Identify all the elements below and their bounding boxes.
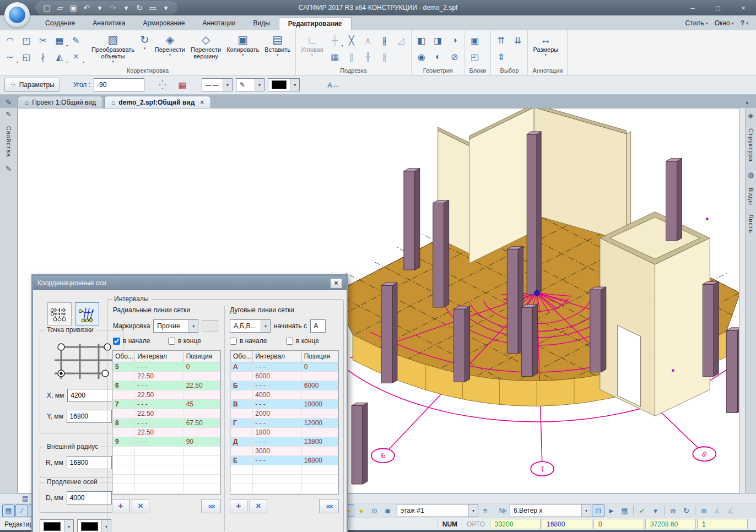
sync-model-icon[interactable]: ↻ [133,2,145,13]
floor-select[interactable]: этаж #1▾ [397,504,478,517]
table-column-header[interactable]: Интервал [135,351,183,362]
table-cell[interactable] [301,390,338,399]
spline-edit-icon[interactable]: ∼▾ [2,49,18,64]
filter-frame-icon[interactable]: ⊡ [592,504,604,517]
bool-intersect-icon[interactable]: ◉ [414,49,429,64]
ribbon-tab-Аннотации[interactable]: Аннотации [193,17,244,30]
table-cell[interactable]: - - - [135,437,183,446]
table-cell[interactable] [231,446,253,455]
table-cell[interactable]: 22.50 [135,427,183,437]
move-button[interactable]: ◈Перенести▾ [152,31,188,67]
light-sun-icon[interactable]: ● [355,504,368,517]
table-cell[interactable]: - - - [135,418,183,427]
open-folder-icon[interactable]: ▱ [54,2,66,13]
table-row[interactable]: В- - -10000 [231,399,338,409]
resize-grip[interactable] [748,518,756,530]
radial-end-checkbox[interactable]: в конце [168,337,201,345]
table-cell[interactable]: 9 [113,437,135,446]
scale-rect-icon[interactable]: ◱ [19,49,34,64]
table-cell[interactable]: 22.50 [135,390,183,399]
table-cell[interactable]: - - - [253,362,301,371]
table-row[interactable]: 9- - -90 [113,437,220,446]
line-style-select[interactable]: —·—▾ [202,78,233,91]
table-cell[interactable]: А [231,362,253,371]
select-span-icon[interactable]: ⇕ [493,49,509,64]
angle-input[interactable] [94,78,144,91]
table-cell[interactable]: 16800 [301,455,338,465]
table-cell[interactable]: 5 [113,362,135,371]
table-cell[interactable] [113,390,135,399]
sidebar-item-views[interactable]: Виды [748,188,754,205]
table-cell[interactable] [113,427,135,437]
sidebar-item-structure[interactable]: Структура [748,128,754,162]
create-block-icon[interactable]: ▣ [467,32,483,48]
undo-icon[interactable]: ↶ [80,2,93,13]
table-cell[interactable]: Е [231,455,253,465]
table-cell[interactable]: 10000 [301,399,338,409]
array-icon[interactable]: ▦▾ [52,32,67,48]
table-cell[interactable]: Г [231,418,253,427]
table-cell[interactable]: 4000 [253,390,301,399]
grid-mark-icon[interactable]: ▦ [327,49,343,64]
table-cell[interactable]: 22.50 [135,409,183,418]
table-row[interactable]: 22.50 [113,390,220,399]
table-row[interactable]: 22.50 [113,409,220,418]
scroll-gutter[interactable] [739,108,745,493]
offset-contour-icon[interactable]: ◰ [19,32,34,48]
dimensions-button[interactable]: ↔Размеры▾ [530,31,561,67]
table-row[interactable]: 2000 [231,409,338,418]
table-column-header[interactable]: Позиция [183,351,220,362]
table-cell[interactable]: 7 [113,399,135,409]
table-cell[interactable]: 45 [183,399,220,409]
ribbon-tab-Аналитика[interactable]: Аналитика [84,17,134,30]
radial-grid-button[interactable] [75,302,99,325]
table-row[interactable]: 4000 [231,390,338,399]
ribbon-tab-Создание[interactable]: Создание [36,17,84,30]
cylinder-icon[interactable]: ◍ [748,171,754,179]
edit-block-icon[interactable]: ◰ [467,49,483,64]
table-cell[interactable]: - - - [135,381,183,390]
bool-union-icon[interactable]: ◧ [414,32,429,48]
ribbon-tab-Армирование[interactable]: Армирование [134,17,194,30]
arc-start-checkbox[interactable]: в начале [230,337,267,345]
bool-subtract-icon[interactable]: ◨ [430,32,446,48]
scissors-icon[interactable]: ✂ [35,32,51,48]
table-cell[interactable] [301,371,338,381]
table-row[interactable]: 3000 [231,446,338,455]
naming-select[interactable]: А,Б,В...▾ [230,319,271,333]
arc-axes-table[interactable]: Обо...ИнтервалПозицияА- - -06000Б- - -60… [230,350,339,495]
table-cell[interactable]: 3000 [253,446,301,455]
axes-icon[interactable]: ◈ [748,111,754,120]
save-icon[interactable]: ▣ [67,2,79,13]
table-cell[interactable] [183,409,220,418]
radial-delete-all-button[interactable]: ×× [201,499,221,513]
pencil-icon[interactable]: ✎ [6,110,12,118]
close-button[interactable]: × [731,1,756,15]
grid-edit-icon[interactable]: ⁛ [154,77,171,93]
filter-table-icon[interactable]: ▦ [618,504,631,517]
color-select[interactable]: ▾ [268,78,300,91]
grid-center-point[interactable] [534,291,539,296]
table-column-header[interactable]: Интервал [253,351,301,362]
arc-end-checkbox[interactable]: в конце [286,337,319,345]
table-row[interactable]: Г- - -12000 [231,418,338,427]
table-column-header[interactable]: Обо... [113,351,135,362]
storey-list-icon[interactable]: ≡ [479,504,492,517]
transform-objects-button[interactable]: ▧Преобразовать объекты▾ [89,31,137,67]
pen-select[interactable]: ✎▾ [236,78,264,91]
table-cell[interactable]: 13800 [301,437,338,446]
d-input[interactable] [67,491,112,504]
rotate-tool-icon[interactable]: ↻ [680,504,693,517]
trim-line-icon[interactable]: ∤ [35,49,51,64]
arc-delete-all-button[interactable]: ×× [319,499,339,513]
orthogonal-grid-button[interactable] [47,302,72,325]
parameters-button[interactable]: ⁘ Параметры [4,78,60,92]
table-row[interactable]: Б- - -6000 [231,381,338,390]
x-input[interactable] [67,389,112,402]
select-below-icon[interactable]: ⇊ [510,32,525,48]
extend-trim-icon[interactable]: ∦ [377,32,392,48]
table-cell[interactable] [231,427,253,437]
arc-add-button[interactable]: + [230,499,247,513]
edit-properties-icon[interactable]: ✎ [0,98,18,108]
y-input[interactable] [67,410,112,423]
